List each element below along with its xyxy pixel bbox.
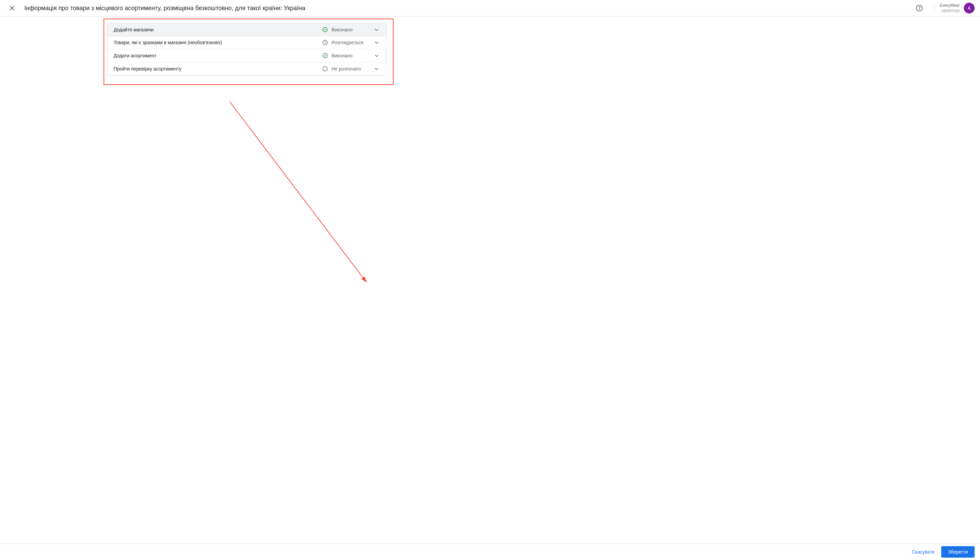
save-button[interactable]: Зберегти: [941, 546, 975, 558]
panel-row-add-assortment[interactable]: Додати асортимент Виконано: [108, 49, 386, 62]
close-button[interactable]: [5, 2, 19, 15]
account-info[interactable]: EveryWear 243297035: [940, 3, 960, 13]
divider: [934, 3, 935, 13]
panel-row-assortment-review[interactable]: Пройти перевірку асортименту Не розпочат…: [108, 62, 386, 75]
header: Інформація про товари з місцевого асорти…: [0, 0, 980, 17]
status-text: Розглядається: [331, 40, 365, 45]
annotation-arrow: [228, 102, 369, 284]
status-text: Не розпочато: [331, 66, 365, 72]
steps-panel: Додайте магазини Виконано Товари, які є …: [107, 23, 386, 75]
help-icon: [915, 4, 923, 12]
row-label: Додайте магазини: [114, 27, 322, 32]
status-text: Виконано: [331, 53, 365, 58]
svg-line-9: [230, 102, 366, 282]
panel-row-sample-products[interactable]: Товари, які є зразками в магазині (необо…: [108, 37, 386, 50]
avatar[interactable]: A: [964, 3, 975, 13]
account-id: 243297035: [940, 8, 960, 13]
clock-icon: [322, 40, 328, 45]
cancel-button[interactable]: Скасувати: [908, 547, 938, 557]
chevron-down-icon: [373, 52, 380, 59]
chevron-down-icon: [373, 26, 380, 33]
check-circle-icon: [322, 53, 328, 59]
help-button[interactable]: [913, 2, 926, 15]
chevron-down-icon: [373, 65, 380, 72]
close-icon: [8, 4, 16, 12]
chevron-down-icon: [373, 39, 380, 46]
status-text: Виконано: [331, 27, 365, 32]
account-name: EveryWear: [940, 3, 960, 8]
row-label: Пройти перевірку асортименту: [114, 66, 322, 72]
page-title: Інформація про товари з місцевого асорти…: [24, 5, 913, 12]
check-circle-icon: [322, 27, 328, 33]
row-label: Товари, які є зразками в магазині (необо…: [114, 40, 322, 45]
row-label: Додати асортимент: [114, 53, 322, 58]
panel-row-add-stores[interactable]: Додайте магазини Виконано: [108, 23, 386, 37]
svg-point-7: [323, 67, 328, 71]
footer: Скасувати Зберегти: [0, 543, 980, 560]
circle-icon: [322, 66, 328, 72]
